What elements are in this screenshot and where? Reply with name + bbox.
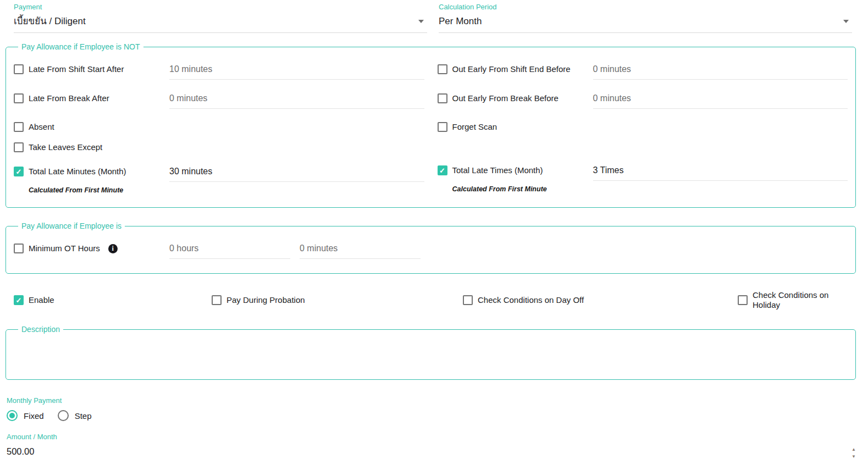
checkbox-label: Out Early From Break Before xyxy=(452,93,559,103)
radio-label: Step xyxy=(75,411,92,421)
checkbox-label: Total Late Times (Month) xyxy=(452,165,543,175)
spinner-down-icon[interactable]: ▼ xyxy=(852,455,856,459)
checkbox-late-from-break-after[interactable]: Late From Break After xyxy=(14,92,169,103)
input-value: 30 minutes xyxy=(169,167,212,176)
chevron-down-icon[interactable] xyxy=(418,20,424,23)
options-checkbox-row: ✓ Enable Pay During Probation Check Cond… xyxy=(14,290,852,310)
input-value: 0 minutes xyxy=(593,64,631,74)
radio-icon[interactable] xyxy=(58,410,69,421)
calculation-period-label: Calculation Period xyxy=(439,3,852,11)
info-icon[interactable]: i xyxy=(108,244,118,253)
amount-label: Amount / Month xyxy=(7,433,860,441)
checkbox-check-conditions-day-off[interactable]: Check Conditions on Day Off xyxy=(463,295,738,305)
description-legend: Description xyxy=(18,325,63,334)
input-value: 0 minutes xyxy=(300,244,338,253)
checkbox-icon[interactable] xyxy=(14,93,24,103)
checkbox-enable[interactable]: ✓ Enable xyxy=(14,295,212,305)
check-icon: ✓ xyxy=(439,167,445,174)
not-section-left-column: Late From Shift Start After 10 minutes L… xyxy=(14,63,424,194)
checkbox-checked-icon[interactable]: ✓ xyxy=(14,295,24,305)
spinner-up-icon[interactable]: ▲ xyxy=(852,447,856,452)
minimum-ot-minutes-input[interactable]: 0 minutes xyxy=(300,242,421,259)
checkbox-icon[interactable] xyxy=(463,295,473,305)
checkbox-label: Forget Scan xyxy=(452,122,497,132)
total-late-minutes-input[interactable]: 30 minutes xyxy=(169,165,424,182)
out-early-shift-end-input[interactable]: 0 minutes xyxy=(593,63,848,80)
description-textarea[interactable] xyxy=(14,336,848,370)
checkbox-icon[interactable] xyxy=(738,295,748,305)
amount-input[interactable]: 500.00 ▲ ▼ xyxy=(7,446,860,459)
checkbox-label: Total Late Minutes (Month) xyxy=(29,167,126,176)
checkbox-label: Late From Break After xyxy=(29,93,109,103)
input-value: 0 hours xyxy=(169,244,198,253)
chevron-down-icon[interactable] xyxy=(843,20,849,23)
checkbox-icon[interactable] xyxy=(14,64,24,74)
amount-per-month-field: Amount / Month 500.00 ▲ ▼ xyxy=(7,433,860,459)
checkbox-label: Check Conditions on Holiday xyxy=(753,290,852,310)
checkbox-late-from-shift-start-after[interactable]: Late From Shift Start After xyxy=(14,63,169,74)
checkbox-label: Pay During Probation xyxy=(226,295,305,305)
late-from-shift-start-after-input[interactable]: 10 minutes xyxy=(169,63,424,80)
minimum-ot-hours-input[interactable]: 0 hours xyxy=(169,242,290,259)
pay-allowance-not-legend: Pay Allowance if Employee is NOT xyxy=(18,42,143,51)
out-early-break-input[interactable]: 0 minutes xyxy=(593,92,848,109)
checkbox-checked-icon[interactable]: ✓ xyxy=(14,167,24,176)
monthly-payment-group: Monthly Payment Fixed Step xyxy=(7,397,868,421)
calculation-period-select[interactable]: Calculation Period Per Month xyxy=(439,3,852,33)
input-value: 3 Times xyxy=(593,165,624,175)
checkbox-checked-icon[interactable]: ✓ xyxy=(438,165,447,175)
checkbox-forget-scan[interactable]: Forget Scan xyxy=(438,121,593,132)
checkbox-total-late-times-month[interactable]: ✓ Total Late Times (Month) xyxy=(438,164,593,175)
check-icon: ✓ xyxy=(16,297,22,304)
number-spinner: ▲ ▼ xyxy=(852,447,856,459)
payment-label: Payment xyxy=(14,3,427,11)
input-value: 0 minutes xyxy=(169,93,207,103)
checkbox-out-early-from-shift-end-before[interactable]: Out Early From Shift End Before xyxy=(438,63,593,74)
payment-value: เบี้ยขยัน / Diligent xyxy=(14,15,86,27)
radio-selected-icon[interactable] xyxy=(7,410,18,421)
checkbox-pay-during-probation[interactable]: Pay During Probation xyxy=(212,295,463,305)
checkbox-absent[interactable]: Absent xyxy=(14,121,169,132)
checkbox-icon[interactable] xyxy=(14,244,24,253)
description-section: Description xyxy=(5,325,856,380)
late-from-break-after-input[interactable]: 0 minutes xyxy=(169,92,424,109)
pay-allowance-is-legend: Pay Allowance if Employee is xyxy=(18,222,125,230)
amount-value: 500.00 xyxy=(7,446,860,457)
checkbox-label: Late From Shift Start After xyxy=(29,64,124,74)
checkbox-out-early-from-break-before[interactable]: Out Early From Break Before xyxy=(438,92,593,103)
checkbox-icon[interactable] xyxy=(14,142,24,152)
checkbox-minimum-ot-hours[interactable]: Minimum OT Hours i xyxy=(14,242,169,253)
checkbox-label: Minimum OT Hours xyxy=(29,244,100,253)
input-value: 0 minutes xyxy=(593,93,631,103)
calculation-period-value: Per Month xyxy=(439,15,482,27)
not-section-right-column: Out Early From Shift End Before 0 minute… xyxy=(438,63,848,194)
pay-allowance-is-section: Pay Allowance if Employee is Minimum OT … xyxy=(5,222,856,274)
checkbox-label: Take Leaves Except xyxy=(29,142,102,152)
total-late-minutes-note: Calculated From First Minute xyxy=(29,186,424,194)
checkbox-icon[interactable] xyxy=(212,295,222,305)
total-late-times-note: Calculated From First Minute xyxy=(452,185,848,193)
radio-fixed[interactable]: Fixed xyxy=(7,410,44,421)
monthly-payment-label: Monthly Payment xyxy=(7,397,868,405)
checkbox-total-late-minutes-month[interactable]: ✓ Total Late Minutes (Month) xyxy=(14,165,169,176)
checkbox-label: Absent xyxy=(29,122,54,132)
checkbox-label: Enable xyxy=(29,295,54,305)
radio-label: Fixed xyxy=(24,411,44,421)
checkbox-icon[interactable] xyxy=(438,122,447,132)
input-value: 10 minutes xyxy=(169,64,212,74)
checkbox-icon[interactable] xyxy=(438,93,447,103)
payment-select[interactable]: Payment เบี้ยขยัน / Diligent xyxy=(14,3,427,33)
checkbox-label: Check Conditions on Day Off xyxy=(478,295,584,305)
total-late-times-input[interactable]: 3 Times xyxy=(593,164,848,181)
checkbox-icon[interactable] xyxy=(14,122,24,132)
top-select-row: Payment เบี้ยขยัน / Diligent Calculation… xyxy=(14,3,852,33)
checkbox-check-conditions-holiday[interactable]: Check Conditions on Holiday xyxy=(738,290,852,310)
allowance-settings-form: Payment เบี้ยขยัน / Diligent Calculation… xyxy=(0,0,868,459)
radio-step[interactable]: Step xyxy=(58,410,92,421)
checkbox-label: Out Early From Shift End Before xyxy=(452,64,571,74)
check-icon: ✓ xyxy=(16,168,22,175)
checkbox-take-leaves-except[interactable]: Take Leaves Except xyxy=(14,141,169,152)
checkbox-icon[interactable] xyxy=(438,64,447,74)
pay-allowance-not-section: Pay Allowance if Employee is NOT Late Fr… xyxy=(5,42,856,208)
